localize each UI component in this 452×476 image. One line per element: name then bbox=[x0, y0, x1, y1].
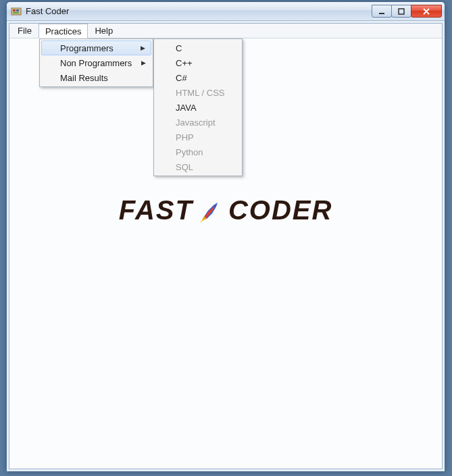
close-button[interactable] bbox=[411, 5, 442, 18]
svg-rect-2 bbox=[16, 9, 19, 11]
menu-item-label: Python bbox=[176, 147, 203, 157]
menu-item-programmers[interactable]: Programmers ▶ bbox=[41, 41, 151, 55]
menu-item-label: Programmers bbox=[60, 43, 114, 53]
window-controls bbox=[372, 5, 442, 18]
app-logo: FAST CODER bbox=[119, 195, 333, 226]
submenu-item-java[interactable]: JAVA bbox=[155, 100, 241, 115]
menu-item-mail-results[interactable]: Mail Results bbox=[41, 70, 151, 85]
maximize-button[interactable] bbox=[391, 5, 411, 18]
logo-text-left: FAST bbox=[119, 195, 193, 226]
submenu-item-php[interactable]: PHP bbox=[155, 130, 241, 144]
submenu-item-csharp[interactable]: C# bbox=[155, 70, 241, 85]
menu-item-label: Mail Results bbox=[60, 73, 108, 83]
svg-rect-3 bbox=[13, 12, 19, 14]
titlebar[interactable]: Fast Coder bbox=[7, 2, 445, 21]
svg-rect-1 bbox=[13, 9, 16, 11]
submenu-item-cpp[interactable]: C++ bbox=[155, 55, 241, 70]
practices-dropdown: Programmers ▶ Non Programmers ▶ Mail Res… bbox=[39, 38, 153, 87]
app-icon bbox=[11, 6, 22, 17]
menu-item-non-programmers[interactable]: Non Programmers ▶ bbox=[41, 55, 151, 70]
client-area: File Practices Help FAST CODER bbox=[9, 23, 443, 469]
menu-practices[interactable]: Practices bbox=[39, 24, 88, 38]
app-window: Fast Coder File Practices Help FAST bbox=[6, 1, 445, 472]
menubar: File Practices Help bbox=[9, 24, 442, 38]
programmers-submenu: C C++ C# HTML / CSS JAVA Javascript bbox=[153, 38, 243, 176]
submenu-arrow-icon: ▶ bbox=[141, 45, 145, 51]
svg-rect-4 bbox=[379, 13, 384, 14]
logo-container: FAST CODER bbox=[9, 195, 442, 226]
menu-item-label: Non Programmers bbox=[60, 58, 132, 68]
menu-file[interactable]: File bbox=[11, 24, 39, 38]
rocket-icon bbox=[196, 196, 226, 226]
submenu-arrow-icon: ▶ bbox=[141, 59, 146, 66]
logo-text-right: CODER bbox=[228, 195, 332, 226]
menu-item-label: HTML / CSS bbox=[176, 88, 224, 98]
menu-item-label: C++ bbox=[176, 58, 193, 68]
menu-item-label: JAVA bbox=[176, 103, 197, 113]
submenu-item-python[interactable]: Python bbox=[155, 144, 241, 159]
menu-help[interactable]: Help bbox=[88, 24, 120, 38]
minimize-button[interactable] bbox=[372, 5, 392, 18]
submenu-item-javascript[interactable]: Javascript bbox=[155, 115, 241, 130]
menu-item-label: Javascript bbox=[176, 117, 216, 128]
menu-item-label: C# bbox=[176, 73, 187, 83]
menu-item-label: C bbox=[176, 43, 182, 53]
submenu-item-sql[interactable]: SQL bbox=[155, 159, 241, 174]
window-title: Fast Coder bbox=[26, 6, 372, 16]
menu-item-label: PHP bbox=[176, 132, 194, 142]
svg-rect-5 bbox=[399, 9, 404, 14]
menu-item-label: SQL bbox=[176, 162, 193, 172]
submenu-item-htmlcss[interactable]: HTML / CSS bbox=[155, 85, 241, 100]
submenu-item-c[interactable]: C bbox=[155, 41, 241, 55]
content-area: FAST CODER Programmers ▶ bbox=[9, 38, 442, 469]
